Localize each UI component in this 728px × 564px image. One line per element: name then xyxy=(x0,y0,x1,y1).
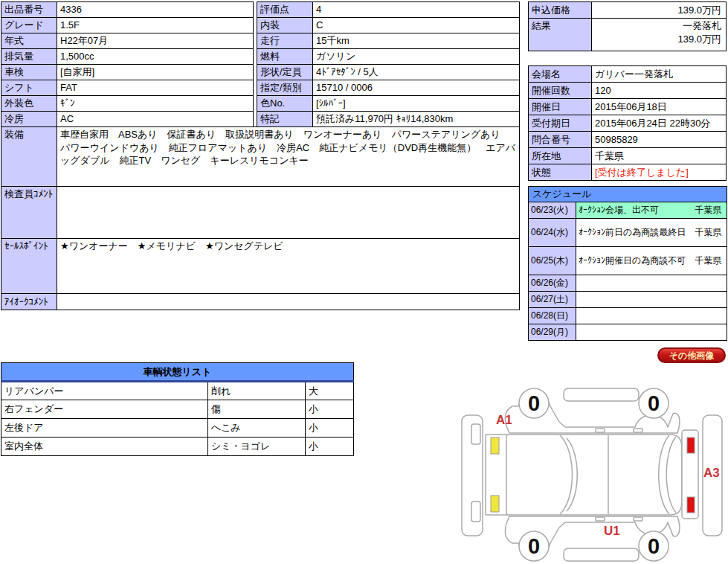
other-images-button[interactable]: その他画像 xyxy=(657,347,726,363)
equipment-row: 装備車歴自家用 ABSあり 保証書あり 取扱説明書あり ワンオーナーあり パワー… xyxy=(1,127,520,187)
spec-value: 4336 xyxy=(57,2,254,18)
schedule-region: 千葉県 xyxy=(693,247,727,275)
spec-label: 特記 xyxy=(257,112,313,127)
schedule-title: スケジュール xyxy=(529,187,727,202)
auction-label: 開催回数 xyxy=(529,83,592,99)
inspector-comment-row: 検査員ｺﾒﾝﾄ xyxy=(1,187,520,239)
damage-code-a3: A3 xyxy=(703,466,720,480)
table-row: 出品番号4336 xyxy=(1,2,254,18)
spec-label: シフト xyxy=(1,80,57,96)
auction-label: 受付期日 xyxy=(529,115,592,132)
condition-table: 車輌状態リスト リアバンパー削れ大 右フェンダー傷小 左後ドアへこみ小 室内全体… xyxy=(1,362,354,456)
aiauc-comment-row: ｱｲｵｰｸｺﾒﾝﾄ xyxy=(1,294,520,310)
table-row: 走行15千km xyxy=(257,33,520,49)
schedule-date: 06/25(木) xyxy=(529,247,576,275)
auction-value: 2015年06月18日 xyxy=(592,99,727,115)
spec-label: 冷房 xyxy=(1,112,57,127)
spec-value: 1,500cc xyxy=(57,49,254,65)
condition-part: 左後ドア xyxy=(1,419,208,438)
schedule-date: 06/23(火) xyxy=(529,202,576,219)
headlight-marker xyxy=(491,438,499,454)
table-row: 形状/定員4ﾄﾞｱｾﾀﾞﾝ / 5人 xyxy=(257,65,520,80)
result-row: 結果一発落札 139.0万円 xyxy=(529,19,727,51)
table-row: 色No.[ｼﾙﾊﾞｰ] xyxy=(257,96,520,112)
schedule-region xyxy=(693,275,727,292)
spec-label: 年式 xyxy=(1,33,57,49)
condition-part: リアバンパー xyxy=(1,382,208,400)
schedule-date: 06/29(月) xyxy=(529,324,576,341)
apply-price-row: 申込価格139.0万円 xyxy=(529,2,727,19)
price-label: 申込価格 xyxy=(529,2,592,19)
spec-value: ｷﾞﾝ xyxy=(57,96,254,112)
spec-value: 15710 / 0006 xyxy=(313,80,520,96)
apply-price-value: 139.0万円 xyxy=(592,2,727,19)
auction-label: 問合番号 xyxy=(529,132,592,148)
wheel-mark: 0 xyxy=(528,534,540,558)
schedule-region xyxy=(693,324,727,341)
schedule-row: 06/27(土) xyxy=(529,292,727,308)
table-row: 内装C xyxy=(257,18,520,33)
spec-label: 車検 xyxy=(1,65,57,80)
auction-value: ガリバー一発落札 xyxy=(592,66,727,83)
wheel-mark: 0 xyxy=(648,534,660,558)
spec-value: [自家用] xyxy=(57,65,254,80)
schedule-row: 06/24(水)ｵｰｸｼｮﾝ前日の為商談最終日千葉県 xyxy=(529,219,727,247)
schedule-date: 06/24(水) xyxy=(529,219,576,247)
aiauc-comment-value xyxy=(57,294,520,310)
condition-damage: 削れ xyxy=(208,382,306,400)
spec-table-wide: 装備車歴自家用 ABSあり 保証書あり 取扱説明書あり ワンオーナーあり パワー… xyxy=(1,126,520,310)
spec-value: [ｼﾙﾊﾞｰ] xyxy=(313,96,520,112)
table-row: 燃料ガソリン xyxy=(257,49,520,65)
auction-value: 50985829 xyxy=(592,132,727,148)
condition-title: 車輌状態リスト xyxy=(1,363,354,382)
car-damage-diagram: 0 0 0 0 A1 A3 U1 xyxy=(450,379,728,564)
auction-value: 120 xyxy=(592,83,727,99)
spec-value: AC xyxy=(57,112,254,127)
auction-value: 2015年06月24日 22時30分 xyxy=(592,115,727,132)
spec-value: 1.5F xyxy=(57,18,254,33)
spec-value: 預託済み11,970円 ｷｮﾘ14,830km xyxy=(313,112,520,127)
schedule-date: 06/26(金) xyxy=(529,275,576,292)
table-row: 評価点4 xyxy=(257,2,520,18)
schedule-row: 06/29(月) xyxy=(529,324,727,341)
spec-table-left: 出品番号4336 グレード1.5F 年式H22年07月 排気量1,500cc 車… xyxy=(1,1,254,127)
spec-value: 4 xyxy=(313,2,520,18)
spec-label: 走行 xyxy=(257,33,313,49)
spec-label: 検査員ｺﾒﾝﾄ xyxy=(1,187,57,239)
wheel-mark: 0 xyxy=(648,391,660,415)
sales-point-row: ｾｰﾙｽﾎﾟｲﾝﾄ★ワンオーナー ★メモリナビ ★ワンセグテレビ xyxy=(1,239,520,294)
table-row: 外装色ｷﾞﾝ xyxy=(1,96,254,112)
spec-label: 形状/定員 xyxy=(257,65,313,80)
spec-value: 4ﾄﾞｱｾﾀﾞﾝ / 5人 xyxy=(313,65,520,80)
auction-value: 千葉県 xyxy=(592,148,727,164)
wheel-mark: 0 xyxy=(528,391,540,415)
schedule-region xyxy=(693,292,727,308)
spec-label: 内装 xyxy=(257,18,313,33)
spec-value: 15千km xyxy=(313,33,520,49)
schedule-row: 06/25(木)ｵｰｸｼｮﾝ開催日の為商談不可千葉県 xyxy=(529,247,727,275)
spec-label: 色No. xyxy=(257,96,313,112)
condition-grade: 大 xyxy=(306,382,354,400)
table-row: 冷房AC xyxy=(1,112,254,127)
spec-label: ｾｰﾙｽﾎﾟｲﾝﾄ xyxy=(1,239,57,294)
schedule-row: 06/23(火)ｵｰｸｼｮﾝ会場、出不可千葉県 xyxy=(529,202,727,219)
auction-sheet-page: 出品番号4336 グレード1.5F 年式H22年07月 排気量1,500cc 車… xyxy=(0,0,728,564)
headlight-marker xyxy=(491,496,499,512)
inspector-comment-value xyxy=(57,187,520,239)
damage-code-u1: U1 xyxy=(604,524,620,538)
condition-part: 室内全体 xyxy=(1,438,208,456)
condition-row: 右フェンダー傷小 xyxy=(1,400,354,419)
spec-value: FAT xyxy=(57,80,254,96)
condition-header-row: 車輌状態リスト xyxy=(1,363,354,382)
schedule-event xyxy=(576,275,693,292)
spec-label: 装備 xyxy=(1,127,57,187)
schedule-region xyxy=(693,308,727,324)
schedule-region: 千葉県 xyxy=(693,219,727,247)
status-row: 状態[受付は終了しました] xyxy=(529,164,727,181)
taillight-marker xyxy=(687,438,695,453)
spec-value: C xyxy=(313,18,520,33)
condition-part: 右フェンダー xyxy=(1,400,208,419)
table-row: 問合番号50985829 xyxy=(529,132,727,148)
condition-damage: 傷 xyxy=(208,400,306,419)
spec-label: 外装色 xyxy=(1,96,57,112)
